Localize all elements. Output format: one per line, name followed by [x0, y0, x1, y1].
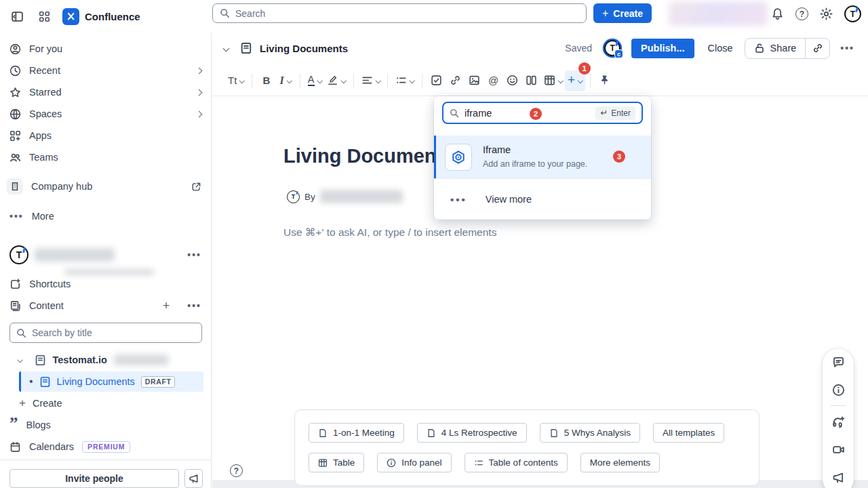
copy-link-button[interactable]	[806, 39, 829, 58]
chevron-down-icon	[410, 78, 415, 83]
template-5whys-analysis-button[interactable]: 5 Whys Analysis	[540, 423, 640, 443]
lists-button[interactable]	[393, 70, 417, 91]
sidebar-item-shortcuts[interactable]: Shortcuts	[0, 273, 211, 295]
template-1on1-meeting-button[interactable]: 1-on-1 Meeting	[309, 423, 404, 443]
sidebar-item-content[interactable]: Content + •••	[0, 295, 211, 317]
text-color-button[interactable]: A	[305, 70, 324, 91]
sidebar-search[interactable]	[9, 323, 202, 343]
insert-table-element-button[interactable]: Table	[309, 453, 364, 472]
help-icon[interactable]: ?	[795, 7, 808, 20]
create-button[interactable]: + Create	[593, 3, 652, 23]
italic-button[interactable]: I	[276, 70, 295, 91]
sidebar-item-recent[interactable]: Recent	[0, 60, 211, 81]
emoji-button[interactable]	[503, 70, 522, 91]
video-button[interactable]	[831, 443, 845, 456]
chevron-down-icon	[578, 78, 583, 83]
content-more-icon[interactable]: •••	[187, 300, 201, 311]
more-dots-icon: •••	[450, 194, 467, 205]
global-search[interactable]	[212, 3, 587, 23]
bullet-icon: •	[29, 376, 33, 387]
iframe-embed-icon	[451, 150, 466, 165]
collaborator-avatar[interactable]: T c	[604, 40, 620, 56]
chevron-down-icon	[557, 78, 563, 83]
insert-elements-button[interactable]: + 1	[565, 70, 585, 91]
chevron-down-icon	[317, 78, 322, 83]
user-avatar[interactable]: T	[844, 5, 861, 22]
chevron-down-icon[interactable]	[223, 45, 230, 52]
tree-item-parent[interactable]: Testomat.io	[0, 349, 211, 371]
sidebar-item-label: Teams	[29, 152, 201, 163]
action-item-button[interactable]	[427, 70, 446, 91]
avatar-logo-accent	[615, 41, 618, 47]
sidebar-item-starred[interactable]: Starred	[0, 81, 211, 103]
view-more-button[interactable]: ••• View more	[434, 178, 651, 220]
apps-icon	[9, 130, 21, 142]
sidebar-item-for-you[interactable]: For you	[0, 38, 211, 60]
byline: T By	[287, 190, 403, 203]
more-elements-button[interactable]: More elements	[580, 453, 660, 472]
all-templates-button[interactable]: All templates	[653, 423, 724, 443]
collapse-sidebar-button[interactable]	[8, 7, 26, 25]
sidebar-item-spaces[interactable]: Spaces	[0, 103, 211, 125]
insert-search-field[interactable]: 2 ↵ Enter	[442, 102, 643, 124]
add-content-icon[interactable]: +	[163, 299, 170, 313]
plus-icon: +	[568, 73, 575, 86]
bold-button[interactable]: B	[257, 70, 276, 91]
tree-create-button[interactable]: + Create	[0, 392, 211, 414]
table-icon	[318, 458, 328, 468]
breadcrumb-page-title[interactable]: Living Documents	[260, 43, 348, 54]
annotation-badge-1: 1	[578, 62, 591, 75]
insert-toc-button[interactable]: Table of contents	[465, 453, 568, 472]
comments-button[interactable]	[831, 355, 845, 369]
app-grid-icon	[39, 11, 50, 22]
settings-gear-icon[interactable]	[820, 7, 833, 20]
invite-people-button[interactable]: Invite people	[9, 469, 179, 488]
premium-badge: PREMIUM	[82, 441, 130, 453]
template-4ls-retrospective-button[interactable]: 4 Ls Retrospective	[417, 423, 527, 443]
topbar-right: ? T	[771, 5, 861, 22]
sidebar-item-company-hub[interactable]: Company hub	[0, 176, 211, 197]
insert-image-button[interactable]	[465, 70, 484, 91]
page-more-menu-button[interactable]: •••	[837, 41, 857, 55]
page-details-button[interactable]	[831, 383, 845, 396]
page-title[interactable]: Living Documents	[283, 145, 454, 167]
text-styles-button[interactable]: Tt	[225, 70, 247, 91]
notifications-bell-icon[interactable]	[771, 7, 784, 20]
tree-item-selected-page[interactable]: • Living Documents DRAFT	[19, 371, 203, 392]
sidebar-item-apps[interactable]: Apps	[0, 125, 211, 146]
enter-hint-label: Enter	[611, 108, 631, 118]
editor-placeholder[interactable]: Use ⌘+' to ask AI, or type / to insert e…	[283, 226, 496, 239]
pin-toolbar-button[interactable]	[595, 70, 614, 91]
more-dots-icon: •••	[840, 43, 854, 54]
share-button[interactable]: Share	[745, 39, 806, 58]
announcements-button[interactable]	[831, 470, 845, 484]
space-more-icon[interactable]: •••	[187, 249, 201, 260]
space-logo: T	[9, 245, 28, 264]
insert-search-input[interactable]	[465, 108, 519, 119]
tree-page-label: Living Documents	[57, 376, 135, 387]
insert-info-panel-button[interactable]: Info panel	[377, 453, 451, 472]
space-header[interactable]: T •••	[0, 244, 211, 266]
highlight-color-button[interactable]	[324, 70, 349, 91]
text-align-button[interactable]	[359, 70, 383, 91]
sidebar-item-more[interactable]: ••• More	[0, 205, 211, 227]
element-label: Table	[333, 458, 355, 468]
close-button[interactable]: Close	[708, 43, 733, 54]
global-search-input[interactable]	[235, 8, 579, 19]
app-switcher-button[interactable]	[35, 7, 53, 25]
sidebar-item-calendars[interactable]: Calendars PREMIUM	[0, 436, 211, 458]
feedback-megaphone-button[interactable]	[184, 469, 203, 488]
sidebar-search-input[interactable]	[32, 327, 195, 338]
publish-button[interactable]: Publish...	[631, 39, 694, 58]
insert-link-button[interactable]	[446, 70, 465, 91]
editor-help-icon[interactable]: ?	[230, 464, 243, 477]
confluence-home-link[interactable]: Confluence	[62, 8, 140, 25]
chevron-down-icon[interactable]	[18, 357, 23, 363]
layouts-button[interactable]	[522, 70, 541, 91]
insert-result-iframe[interactable]: Iframe Add an iframe to your page. 3	[434, 136, 651, 178]
sidebar-item-teams[interactable]: Teams	[0, 146, 211, 168]
insert-table-button[interactable]	[541, 70, 566, 91]
support-button[interactable]	[831, 415, 845, 428]
sidebar-item-blogs[interactable]: ” Blogs	[0, 414, 211, 436]
mention-button[interactable]: @	[484, 70, 503, 91]
